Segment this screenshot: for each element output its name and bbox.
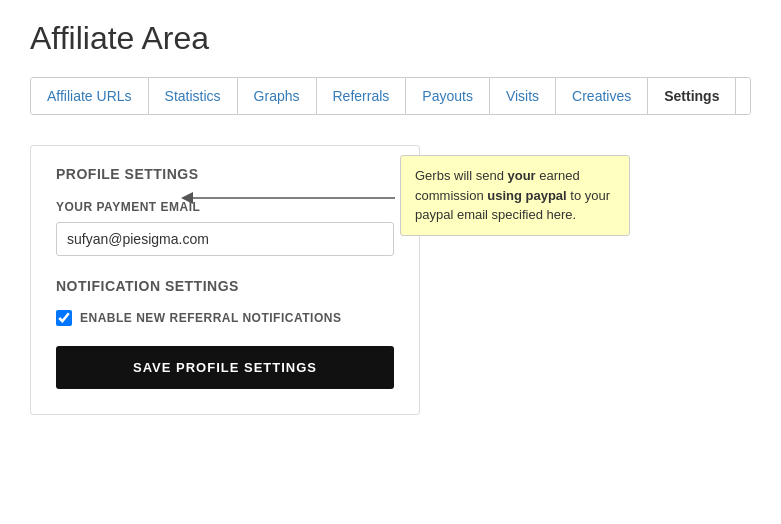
payment-email-label: YOUR PAYMENT EMAIL: [56, 200, 394, 214]
checkbox-label: ENABLE NEW REFERRAL NOTIFICATIONS: [80, 311, 341, 325]
tab-creatives[interactable]: Creatives: [556, 78, 648, 114]
notification-section-title: NOTIFICATION SETTINGS: [56, 278, 394, 294]
profile-section-title: PROFILE SETTINGS: [56, 166, 394, 182]
tab-payouts[interactable]: Payouts: [406, 78, 490, 114]
tab-statistics[interactable]: Statistics: [149, 78, 238, 114]
tab-bar: Affiliate URLs Statistics Graphs Referra…: [30, 77, 751, 115]
tooltip-box: Gerbs will send your earned commission u…: [400, 155, 630, 236]
page-title: Affiliate Area: [30, 20, 751, 57]
tab-settings[interactable]: Settings: [648, 78, 736, 114]
referral-notifications-checkbox[interactable]: [56, 310, 72, 326]
content-area: PROFILE SETTINGS YOUR PAYMENT EMAIL NOTI…: [30, 135, 751, 425]
tab-logout[interactable]: Log out: [736, 78, 751, 114]
payment-email-input[interactable]: [56, 222, 394, 256]
tab-affiliate-urls[interactable]: Affiliate URLs: [31, 78, 149, 114]
tab-visits[interactable]: Visits: [490, 78, 556, 114]
referral-notifications-row: ENABLE NEW REFERRAL NOTIFICATIONS: [56, 310, 394, 326]
save-profile-settings-button[interactable]: SAVE PROFILE SETTINGS: [56, 346, 394, 389]
tooltip-container: Gerbs will send your earned commission u…: [400, 155, 630, 236]
tab-graphs[interactable]: Graphs: [238, 78, 317, 114]
tab-referrals[interactable]: Referrals: [317, 78, 407, 114]
